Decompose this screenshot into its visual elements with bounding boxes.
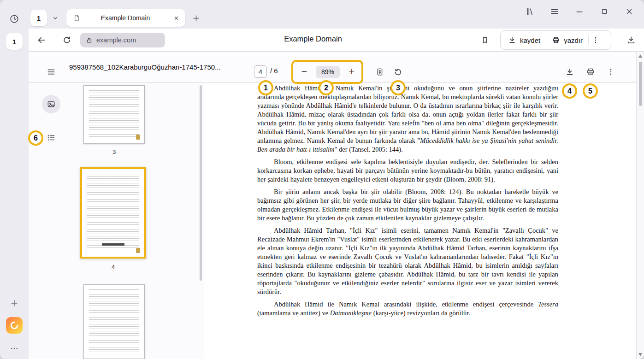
pdf-filename: 959387568_102KaraburguOğuzhan-1745-1750.… [69, 63, 221, 72]
page-count-label: / 6 [270, 67, 278, 75]
tab-title: Example Domain [84, 14, 167, 22]
lock-icon [86, 37, 93, 44]
minimize-icon [575, 7, 584, 16]
download-icon [508, 36, 516, 44]
maximize-button[interactable] [597, 4, 612, 19]
thumbnail-content [89, 289, 139, 354]
plus-icon [10, 299, 19, 308]
sidebar-toggle-icon [47, 67, 56, 77]
browser-window: 1 1 Example Domain [0, 0, 644, 359]
tab-example-domain[interactable]: Example Domain [66, 9, 185, 27]
save-button[interactable]: kaydet [502, 32, 546, 48]
callout-1: 1 [258, 80, 273, 95]
zoom-out-button[interactable]: − [297, 64, 311, 79]
browser-logo[interactable] [6, 317, 23, 334]
callout-4: 4 [562, 83, 577, 99]
bookmark-icon [481, 36, 489, 44]
library-button[interactable] [522, 4, 537, 19]
pdf-page: Abdülhak Hâmid'in, Namık Kemal'in şiirle… [204, 83, 636, 359]
minimize-button[interactable] [572, 4, 587, 19]
fit-page-icon [375, 67, 384, 77]
callout-2: 2 [319, 80, 334, 95]
app-menu-button[interactable] [547, 4, 562, 19]
pdf-print-button[interactable] [584, 65, 597, 79]
left-sidebar-strip: 1 [0, 0, 29, 359]
swirl-icon [9, 320, 19, 330]
bookmark-button[interactable] [478, 33, 492, 47]
thumbnail-page-3[interactable] [83, 85, 145, 144]
thumbnail-panel: 3 4 [29, 83, 204, 359]
window-controls [522, 4, 637, 19]
list-icon [47, 133, 56, 142]
journal-crest [136, 135, 140, 140]
zoom-in-button[interactable]: + [345, 64, 359, 79]
rotate-button[interactable] [391, 65, 405, 79]
maximize-icon [600, 7, 609, 16]
print-label: yazdır [564, 36, 583, 44]
thumbnail-scrollbar[interactable] [200, 85, 202, 281]
thumbnail-content [89, 90, 139, 139]
page-favicon-icon [73, 14, 80, 22]
workspace-badge[interactable]: 1 [6, 33, 23, 50]
back-arrow-icon [36, 35, 47, 45]
fit-to-page-button[interactable] [373, 65, 387, 79]
pdf-download-button[interactable] [563, 65, 577, 79]
scrollbar-thumb[interactable] [639, 62, 642, 106]
scroll-up-arrow[interactable] [638, 54, 642, 58]
back-button[interactable] [35, 33, 48, 47]
workspace-dropdown-button[interactable] [49, 12, 62, 24]
rotate-icon [393, 67, 402, 77]
chevron-down-icon [52, 14, 59, 22]
ellipsis-icon [10, 344, 19, 353]
pdf-viewer: 3 4 Abdülhak Hâmid'in, Namık Kemal'in şi… [29, 83, 636, 359]
main-scrollbar[interactable] [636, 52, 644, 359]
page-actions-group: kaydet yazdır [500, 30, 611, 50]
zoom-level[interactable]: 89% [316, 66, 340, 78]
thumbnail-page-5[interactable] [83, 284, 145, 359]
paragraph: Bir şiirin anlamı ancak başka bir şiir o… [257, 188, 558, 223]
download-icon [565, 67, 574, 77]
strip-more-button[interactable] [7, 341, 22, 356]
pdf-more-button[interactable] [604, 65, 618, 79]
new-tab-button[interactable] [189, 11, 203, 25]
printer-icon [586, 67, 595, 77]
print-button[interactable]: yazdır [546, 32, 588, 48]
image-icon [47, 100, 56, 109]
paragraph: Abdülhak Hâmid'in, Namık Kemal'in şiirle… [257, 84, 558, 154]
tab-bar: 1 Example Domain [29, 0, 644, 29]
more-actions-button[interactable] [589, 32, 603, 48]
journal-crest [136, 248, 140, 253]
downloads-tray-icon [626, 35, 636, 45]
pdf-text: Abdülhak Hâmid'in, Namık Kemal'in şiirle… [257, 84, 558, 321]
callout-3: 3 [390, 80, 406, 95]
history-button[interactable] [7, 12, 22, 26]
clock-icon [9, 14, 19, 24]
outline-view-button[interactable] [44, 131, 58, 145]
pdf-sidebar-toggle-button[interactable] [44, 65, 58, 79]
new-workspace-button[interactable] [7, 296, 22, 311]
url-bar[interactable]: example.com [80, 33, 165, 47]
pdf-toolbar: 959387568_102KaraburguOğuzhan-1745-1750.… [29, 52, 636, 83]
thumbnails-view-button[interactable] [42, 95, 60, 113]
thumbnail-heading-bar [102, 243, 124, 246]
scroll-down-arrow[interactable] [638, 353, 642, 356]
callout-5: 5 [583, 83, 598, 99]
thumbnail-page-4-selected[interactable] [80, 167, 146, 259]
reload-button[interactable] [60, 33, 74, 47]
workspace-indicator-button[interactable]: 1 [30, 10, 47, 26]
plus-icon [192, 14, 201, 23]
page-number-input[interactable]: 4 [254, 65, 267, 78]
navigation-toolbar: example.com Example Domain kaydet yazdır [29, 29, 644, 52]
close-icon [173, 15, 179, 21]
paragraph: Abdülhak Hâmid ile Namık Kemal arasındak… [257, 300, 558, 318]
paragraph: Bloom, etkilenme endişesi sele kapılma b… [257, 158, 558, 184]
save-label: kaydet [520, 36, 540, 44]
thumbnail-label: 4 [83, 264, 144, 271]
reload-icon [62, 35, 71, 45]
kebab-menu-icon [591, 36, 600, 44]
page-title: Example Domain [284, 35, 342, 43]
downloads-button[interactable] [624, 33, 638, 47]
close-window-button[interactable] [622, 4, 637, 19]
tab-close-button[interactable] [171, 12, 182, 24]
library-icon [525, 7, 534, 16]
